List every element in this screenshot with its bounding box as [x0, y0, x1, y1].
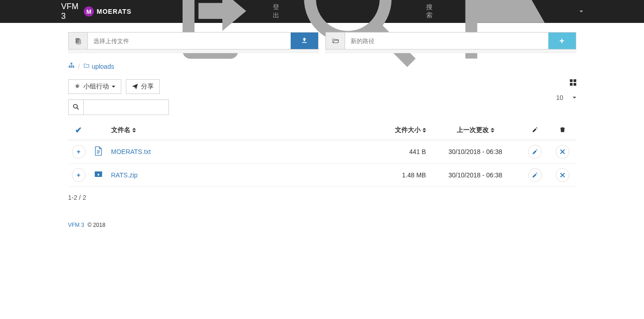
edit-button[interactable] — [528, 145, 542, 159]
filter-search-button[interactable] — [68, 99, 84, 115]
new-folder-button[interactable]: + — [548, 33, 576, 49]
page-size-select[interactable]: 10 — [556, 94, 576, 101]
upload-progress — [68, 50, 319, 53]
check-icon: ✔ — [75, 126, 82, 135]
select-row-button[interactable]: + — [72, 145, 86, 159]
trash-icon — [559, 127, 566, 134]
file-modified: 30/10/2018 - 06:38 — [430, 140, 521, 164]
file-size: 441 B — [347, 140, 430, 164]
sort-icon — [132, 128, 136, 132]
sitemap-icon — [68, 62, 75, 70]
user-name: MOERATS — [97, 8, 131, 15]
caret-down-icon — [579, 11, 583, 12]
svg-rect-1 — [68, 66, 70, 68]
new-folder-input[interactable] — [345, 33, 548, 49]
caret-down-icon — [573, 97, 576, 99]
footer-brand[interactable]: VFM 3 — [68, 222, 84, 228]
group-action-button[interactable]: 小组行动 — [68, 79, 121, 94]
upload-file-input[interactable] — [88, 33, 291, 49]
delete-button[interactable] — [556, 145, 569, 159]
svg-rect-0 — [70, 63, 72, 64]
folder-open-icon — [83, 62, 90, 70]
breadcrumb-current[interactable]: uploads — [83, 62, 114, 70]
caret-down-icon — [112, 86, 115, 88]
select-all-header[interactable]: ✔ — [68, 121, 89, 140]
new-folder-group: + — [325, 32, 576, 50]
col-edit — [521, 121, 549, 140]
file-size: 1.48 MB — [347, 164, 430, 187]
file-text-icon — [94, 146, 103, 156]
col-filesize[interactable]: 文件大小 — [347, 121, 430, 140]
share-button[interactable]: 分享 — [126, 79, 160, 94]
avatar: M — [84, 6, 94, 16]
plus-icon: + — [559, 36, 564, 46]
table-row: + MOERATS.txt 441 B 30/10/2018 - 06:38 — [68, 140, 576, 164]
navbar: VFM 3 M MOERATS 登出 搜索 — [0, 0, 644, 23]
file-name-link[interactable]: MOERATS.txt — [111, 148, 151, 155]
filter-input[interactable] — [84, 99, 169, 115]
user-menu[interactable]: M MOERATS — [84, 6, 131, 16]
breadcrumb-home[interactable] — [68, 62, 75, 70]
col-delete — [549, 121, 576, 140]
file-modified: 30/10/2018 - 06:38 — [430, 164, 521, 187]
upload-button[interactable] — [291, 33, 318, 49]
svg-rect-6 — [97, 174, 99, 176]
search-icon — [73, 104, 79, 111]
edit-icon — [532, 127, 538, 134]
share-icon — [132, 83, 138, 91]
folder-progress — [325, 50, 576, 53]
gear-icon — [74, 83, 81, 91]
select-row-button[interactable]: + — [72, 168, 86, 182]
file-name-link[interactable]: RATS.zip — [111, 171, 138, 179]
svg-rect-2 — [70, 66, 72, 68]
sort-icon — [491, 128, 494, 132]
upload-icon — [301, 37, 308, 45]
files-icon — [69, 33, 88, 49]
sort-icon — [422, 128, 426, 132]
table-row: + RATS.zip 1.48 MB 30/10/2018 - 06:38 — [68, 164, 576, 187]
folder-open-icon — [326, 33, 345, 49]
edit-button[interactable] — [528, 168, 542, 182]
footer: VFM 3 © 2018 — [61, 208, 583, 242]
upload-group — [68, 32, 319, 50]
delete-button[interactable] — [556, 168, 569, 182]
grid-view-toggle[interactable] — [570, 79, 576, 86]
svg-rect-5 — [95, 171, 102, 173]
brand-link[interactable]: VFM 3 — [61, 2, 84, 21]
pagination-info: 1-2 / 2 — [68, 194, 576, 201]
archive-icon — [94, 170, 103, 180]
col-filename[interactable]: 文件名 — [108, 121, 347, 140]
col-modified[interactable]: 上一次更改 — [430, 121, 521, 140]
file-table: ✔ 文件名 文件大小 上一次更改 + MOERATS.txt 441 B 30/… — [68, 121, 576, 187]
svg-rect-3 — [72, 66, 74, 68]
